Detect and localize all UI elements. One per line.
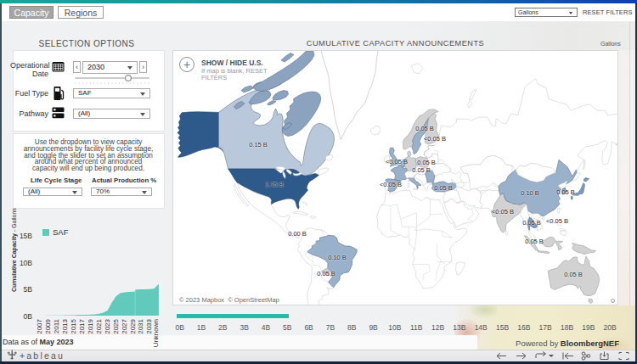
svg-text:+ableau: +ableau	[20, 350, 65, 361]
